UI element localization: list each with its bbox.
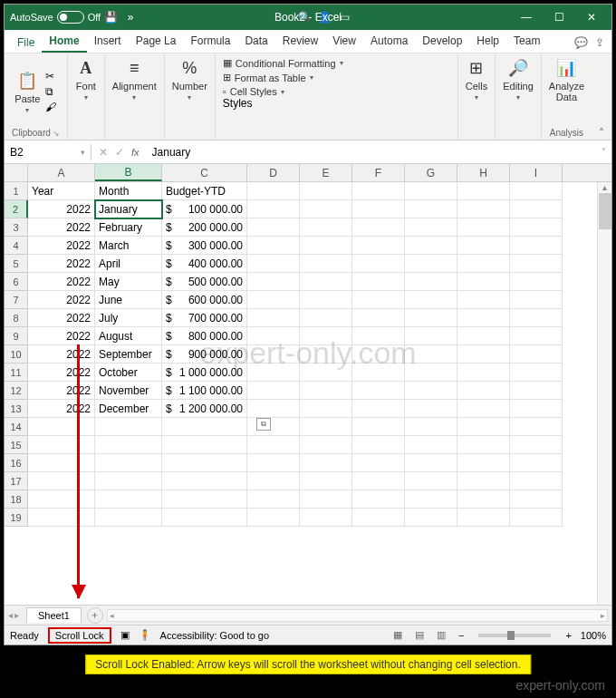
row-header[interactable]: 11 [5,364,28,382]
row-header[interactable]: 5 [5,255,28,273]
column-header[interactable]: F [352,164,405,181]
cell[interactable] [405,218,457,237]
cell[interactable] [247,237,300,255]
cell[interactable] [247,364,300,382]
cell[interactable]: 2022 [28,200,95,218]
cell[interactable] [247,273,300,291]
cell[interactable] [247,309,300,327]
cell[interactable] [510,255,563,273]
column-header[interactable]: D [247,164,300,181]
close-button[interactable]: ✕ [577,7,606,27]
zoom-out-button[interactable]: − [458,630,464,641]
ribbon-tab-home[interactable]: Home [42,31,86,53]
cell[interactable] [352,400,405,418]
row-header[interactable]: 18 [5,490,28,509]
file-tab[interactable]: File [10,33,42,53]
cell[interactable] [162,472,247,490]
cell[interactable] [457,237,510,255]
scrollbar-thumb[interactable] [599,193,611,229]
cell[interactable] [510,454,563,472]
cell[interactable] [162,418,247,436]
cell[interactable]: Budget-YTD [162,182,247,200]
cell[interactable]: 2022 [28,273,95,291]
cancel-formula-icon[interactable]: ✕ [99,146,108,159]
cell[interactable] [95,490,162,509]
font-button[interactable]: A Font ▾ [75,57,97,102]
cell[interactable] [510,200,563,218]
cell[interactable]: $300 000.00 [162,237,247,255]
ribbon-tab-team[interactable]: Team [506,31,547,53]
cell[interactable] [300,418,352,436]
cell[interactable] [28,490,95,509]
cell[interactable]: $600 000.00 [162,291,247,309]
cell[interactable] [247,472,300,490]
cell[interactable] [457,255,510,273]
accessibility-icon[interactable]: 🧍 [139,629,151,641]
row-header[interactable]: 6 [5,273,28,291]
row-header[interactable]: 1 [5,182,28,200]
cell[interactable] [300,345,352,364]
cell[interactable] [405,490,457,509]
sheet-tab[interactable]: Sheet1 [26,607,82,623]
row-header[interactable]: 16 [5,454,28,472]
cell[interactable] [405,309,457,327]
cell[interactable]: June [95,291,162,309]
cell[interactable] [405,273,457,291]
cell[interactable] [510,237,563,255]
cell[interactable] [405,400,457,418]
row-header[interactable]: 7 [5,291,28,309]
cell[interactable] [247,436,300,454]
cell[interactable] [247,255,300,273]
cell[interactable]: $1 100 000.00 [162,382,247,400]
cell[interactable] [510,273,563,291]
comments-icon[interactable]: 💬 [574,36,588,49]
cell[interactable] [300,490,352,509]
more-quickaccess-icon[interactable]: » [123,10,138,24]
cell[interactable] [405,345,457,364]
cell[interactable] [457,382,510,400]
cell[interactable] [162,454,247,472]
cell[interactable] [457,454,510,472]
column-header[interactable]: I [510,164,563,181]
row-header[interactable]: 13 [5,400,28,418]
cell[interactable]: January [95,200,162,218]
scrollbar-up-icon[interactable]: ▴ [598,182,611,192]
cell[interactable] [95,509,162,527]
name-box[interactable]: B2 ▾ [5,144,91,160]
vertical-scrollbar[interactable]: ▴ [597,182,611,605]
horizontal-scrollbar[interactable]: ◂▸ [107,609,608,622]
cell[interactable]: March [95,237,162,255]
column-header[interactable]: H [457,164,510,181]
zoom-slider[interactable] [478,634,551,637]
row-header[interactable]: 10 [5,345,28,364]
cell[interactable]: $1 200 000.00 [162,400,247,418]
cell[interactable] [405,237,457,255]
ribbon-tab-help[interactable]: Help [469,31,506,53]
cell[interactable] [405,327,457,345]
cell[interactable] [457,309,510,327]
cell[interactable] [247,182,300,200]
ribbon-tab-review[interactable]: Review [275,31,325,53]
share-icon[interactable]: ⇪ [595,36,604,49]
cell[interactable] [352,182,405,200]
cell[interactable] [457,218,510,237]
cell[interactable] [352,327,405,345]
cell[interactable] [300,327,352,345]
cell[interactable] [247,418,300,436]
spreadsheet-grid[interactable]: ABCDEFGHI 1YearMonthBudget-YTD22022Janua… [5,164,611,605]
cell[interactable] [28,509,95,527]
cell[interactable] [405,364,457,382]
cell[interactable]: 2022 [28,291,95,309]
row-header[interactable]: 4 [5,237,28,255]
editing-button[interactable]: 🔎 Editing ▾ [503,57,534,102]
cell[interactable] [300,182,352,200]
cell[interactable] [405,255,457,273]
cell[interactable]: $100 000.00 [162,200,247,218]
cell[interactable] [247,382,300,400]
cell[interactable] [352,255,405,273]
cell[interactable]: $700 000.00 [162,309,247,327]
cell[interactable] [457,509,510,527]
cells-button[interactable]: ⊞ Cells ▾ [466,57,487,102]
cell[interactable] [95,454,162,472]
cell[interactable]: $800 000.00 [162,327,247,345]
